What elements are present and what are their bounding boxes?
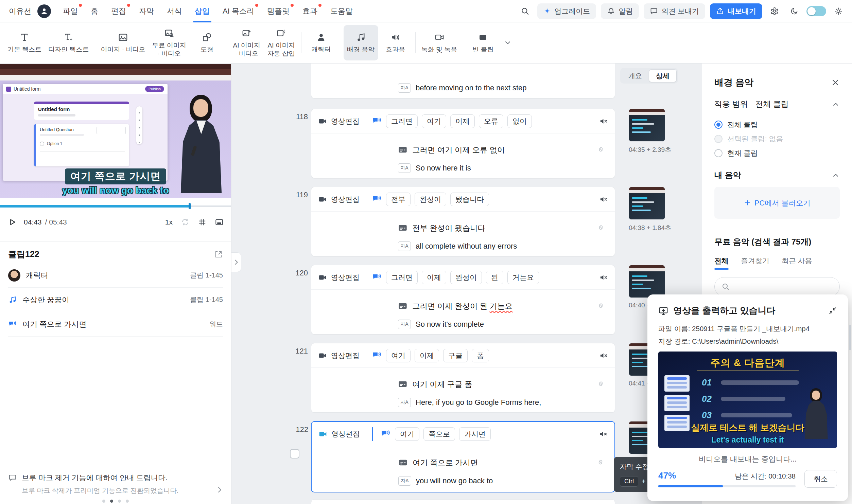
clip-row-120[interactable]: 120 영상편집 그러면 이제 완성이 된 거는요 그러면 이제 완성이 된 거… (311, 265, 615, 335)
menu-file[interactable]: 파일 (56, 0, 84, 22)
mute-icon[interactable] (599, 195, 608, 204)
radio-selected-clips[interactable]: 선택된 클립: 없음 (714, 132, 840, 146)
tool-free-image-video[interactable]: 무료 이미지· 비디오 (149, 25, 189, 60)
tab-all[interactable]: 전체 (714, 256, 729, 270)
theme-toggle[interactable] (806, 6, 826, 16)
clip-checkbox[interactable] (290, 449, 299, 458)
word-chip[interactable]: 가시면 (459, 427, 491, 441)
load-from-pc-button[interactable]: PC에서 불러오기 (714, 187, 840, 219)
word-chip[interactable]: 폼 (472, 349, 489, 362)
panel-collapse-handle[interactable] (231, 252, 241, 272)
playback-speed[interactable]: 1x (165, 218, 173, 226)
menu-format[interactable]: 서식 (160, 0, 188, 22)
chevron-right-icon[interactable] (215, 486, 224, 494)
translation-row[interactable]: 자A all complete without any errors (398, 239, 588, 253)
mute-icon[interactable] (599, 273, 608, 282)
word-chip[interactable]: 된 (486, 271, 503, 284)
tool-design-text[interactable]: 디자인 텍스트 (45, 25, 92, 60)
tool-background-music[interactable]: 배경 음악 (344, 25, 378, 60)
tool-basic-text[interactable]: 기본 텍스트 (4, 25, 45, 60)
clip-row-118[interactable]: 118 영상편집 그러면 여기 이제 오류 없이 그러면 여기 이제 오류 없이 (311, 109, 615, 178)
word-chip[interactable]: 구글 (443, 349, 468, 362)
workspace-name[interactable]: 이유선 (6, 6, 34, 16)
menu-effects[interactable]: 효과 (296, 0, 324, 22)
translation-row[interactable]: 자A So now it's complete (398, 318, 588, 331)
playback-progress-bar[interactable] (0, 203, 231, 209)
settings-gear-icon[interactable] (767, 4, 782, 19)
close-icon[interactable] (831, 78, 840, 87)
music-search-input[interactable] (734, 283, 833, 291)
track-row-character[interactable]: 캐릭터 클립 1-145 (8, 263, 223, 288)
subtitle-row[interactable]: 여기 이제 구글 폼 (398, 377, 588, 392)
mute-icon[interactable] (599, 430, 608, 438)
link-icon[interactable] (596, 223, 605, 232)
tool-record[interactable]: 녹화 및 녹음 (418, 25, 461, 60)
page-dot[interactable] (118, 500, 121, 503)
link-icon[interactable] (596, 458, 605, 467)
translation-row[interactable]: 자A So now here it is (398, 161, 588, 175)
my-music-header[interactable]: 내 음악 (714, 170, 840, 181)
subtitle-row[interactable]: 여기 쪽으로 가시면 (398, 455, 587, 470)
tool-image-video[interactable]: 이미지 · 비디오 (98, 25, 149, 60)
word-chip[interactable]: 여기 (395, 427, 419, 441)
cancel-button[interactable]: 취소 (804, 470, 837, 488)
word-chip[interactable]: 오류 (479, 114, 503, 128)
word-chip[interactable]: 쪽으로 (423, 427, 455, 441)
word-chip[interactable]: 전부 (386, 193, 411, 206)
avatar[interactable] (37, 4, 51, 18)
page-dot[interactable] (102, 500, 105, 503)
radio-all-clips[interactable]: 전체 클립 (714, 118, 840, 132)
tool-ai-image-auto-insert[interactable]: AI 이미지자동 삽입 (264, 25, 299, 60)
word-chip[interactable]: 여기 (422, 114, 446, 128)
notifications-button[interactable]: 알림 (601, 3, 639, 19)
clip-row-119[interactable]: 119 영상편집 전부 완성이 됐습니다 전부 완성이 됐습니다 자A (311, 187, 615, 256)
chevron-up-icon[interactable] (832, 100, 840, 108)
word-chip[interactable]: 그러면 (386, 114, 418, 128)
view-detail-tab[interactable]: 상세 (649, 69, 677, 82)
clip-thumbnail[interactable] (629, 265, 665, 298)
translation-row[interactable]: 자A you will now go back to (398, 474, 587, 488)
word-chip[interactable]: 완성이 (450, 271, 482, 284)
feedback-button[interactable]: 의견 보내기 (644, 3, 705, 19)
loop-icon[interactable] (181, 218, 190, 227)
word-chip[interactable]: 그러면 (386, 271, 418, 284)
word-chip[interactable]: 없이 (507, 114, 532, 128)
subtitle-row[interactable]: 전부 완성이 됐습니다 (398, 220, 588, 235)
grid-icon[interactable] (198, 218, 207, 227)
video-preview[interactable]: Untitled form Publish Untitled form Unti… (0, 64, 231, 198)
tool-empty-clip[interactable]: 빈 클립 (466, 25, 500, 60)
tab-favorites[interactable]: 즐겨찾기 (741, 256, 769, 270)
link-icon[interactable] (596, 379, 605, 388)
promo-notice[interactable]: 브루 마크 제거 기능에 대하여 안내 드립니다. 브루 마크 삭제가 프리미엄… (0, 473, 231, 495)
theater-mode-icon[interactable] (215, 218, 224, 227)
word-chip[interactable]: 됐습니다 (450, 193, 489, 206)
clip-row-partial[interactable] (311, 499, 615, 504)
clip-thumbnail[interactable] (629, 109, 665, 142)
menu-help[interactable]: 도움말 (324, 0, 359, 22)
clip-row-partial[interactable]: 자A before moving on to the next step (311, 64, 615, 98)
open-panel-icon[interactable] (214, 250, 223, 259)
apply-scope-row[interactable]: 적용 범위 전체 클립 (714, 99, 840, 109)
menu-insert[interactable]: 삽입 (188, 0, 216, 22)
track-row-voice[interactable]: 여기 쪽으로 가시면 워드 (8, 312, 223, 337)
radio-current-clip[interactable]: 현재 클립 (714, 146, 840, 160)
tool-shapes[interactable]: 도형 (190, 25, 224, 60)
link-icon[interactable] (596, 301, 605, 310)
tool-sound-effect[interactable]: 효과음 (378, 25, 413, 60)
clip-row-121[interactable]: 121 영상편집 여기 이제 구글 폼 여기 이제 구글 폼 자 (311, 343, 615, 413)
subtitle-row[interactable]: 그러면 이제 완성이 된 거는요 (398, 299, 588, 313)
word-chip[interactable]: 거는요 (507, 271, 539, 284)
word-chip[interactable]: 이제 (422, 271, 446, 284)
mute-icon[interactable] (599, 351, 608, 360)
view-overview-tab[interactable]: 개요 (622, 69, 649, 82)
page-dot[interactable] (110, 500, 113, 503)
toolbar-more-button[interactable] (500, 25, 515, 60)
progress-handle[interactable] (189, 203, 191, 209)
menu-home[interactable]: 홈 (84, 0, 105, 22)
translation-row[interactable]: 자A Here, if you go to Google Forms here, (398, 396, 588, 409)
word-chip[interactable]: 이제 (415, 349, 439, 362)
word-chip[interactable]: 여기 (386, 349, 411, 362)
scrollbar-thumb[interactable] (849, 325, 851, 350)
upgrade-button[interactable]: 업그레이드 (537, 3, 596, 19)
track-row-music[interactable]: 수상한 꿍꿍이 클립 1-145 (8, 288, 223, 312)
